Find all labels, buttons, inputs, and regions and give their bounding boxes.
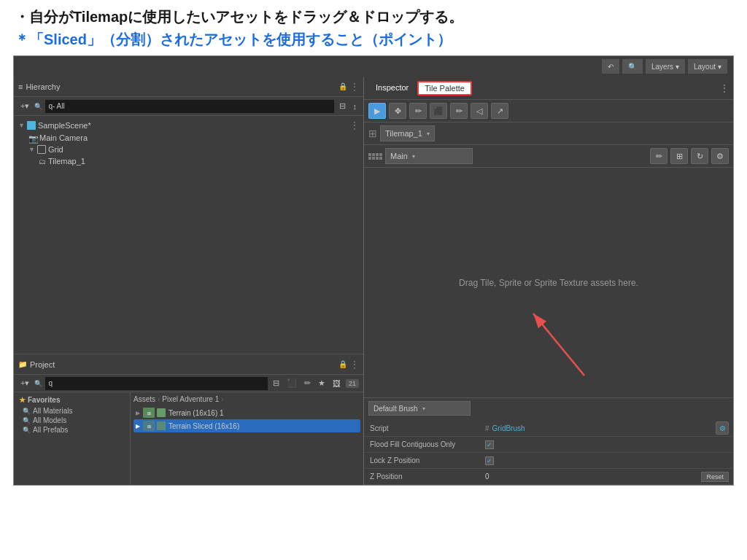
brush-row: Default Brush ▾ [368, 401, 729, 416]
toolbar-box-button[interactable]: ⬛ [430, 103, 447, 119]
palette-settings-button[interactable]: ⚙ [711, 148, 729, 164]
zpos-reset-button[interactable]: Reset [701, 472, 729, 482]
palette-grid-icon [368, 153, 382, 160]
asset-item-terrain-sliced[interactable]: ▶ ⊞ Terrain Sliced (16x16) [133, 419, 360, 432]
breadcrumb-pixel: Pixel Adventure 1 [162, 395, 219, 403]
history-button[interactable]: ↶ [602, 59, 619, 74]
scene-cube-icon [27, 121, 36, 130]
breadcrumb: Assets › Pixel Adventure 1 › [133, 395, 360, 403]
more-icon[interactable]: ⋮ [350, 82, 359, 92]
hierarchy-item-tilemap1[interactable]: 🗂 Tilemap_1 [14, 155, 363, 167]
fav-models-label: All Models [33, 416, 66, 424]
prop-row-zpos: Z Position 0 Reset [364, 469, 733, 485]
zpos-number: 0 [485, 472, 489, 481]
brush-dropdown[interactable]: Default Brush ▾ [368, 401, 471, 416]
tilemap-selector: ⊞ Tilemap_1 ▾ [364, 122, 733, 145]
lockz-checkbox[interactable]: ✓ [485, 456, 494, 465]
favorites-panel: ★ Favorites 🔍 All Materials 🔍 All Models [14, 392, 131, 485]
hierarchy-item-samplescene[interactable]: ▼ SampleScene* ⋮ [14, 119, 363, 132]
toolbar-move-button[interactable]: ✥ [389, 103, 406, 119]
toolbar-paint-button[interactable]: ✏ [409, 103, 427, 119]
hierarchy-header: ≡ Hierarchy 🔒 ⋮ [14, 77, 363, 97]
inspector-tab-label: Inspector [376, 83, 409, 92]
palette-dropdown-label: Main [390, 152, 408, 160]
palette-refresh-button[interactable]: ↻ [691, 148, 708, 164]
main-content: ≡ Hierarchy 🔒 ⋮ +▾ 🔍 ⊟ ↕ [14, 77, 733, 485]
palette-edit-button[interactable]: ✏ [650, 148, 667, 164]
project-search-input[interactable] [45, 377, 268, 390]
project-filter2-button[interactable]: ⬛ [285, 378, 299, 389]
project-panel: 📁 Project 🔒 ⋮ +▾ 🔍 ⊟ [14, 354, 363, 485]
fav-search-icon-1: 🔍 [23, 408, 31, 415]
toolbar-fill-button[interactable]: ↗ [491, 103, 508, 119]
hierarchy-add-button[interactable]: +▾ [18, 101, 31, 112]
project-layers-button[interactable]: 🖼 [330, 378, 343, 389]
floodfill-label: Flood Fill Contiguous Only [364, 439, 481, 450]
project-more-icon[interactable]: ⋮ [350, 359, 359, 370]
terrain-icon-2b [157, 421, 166, 430]
fav-item-materials[interactable]: 🔍 All Materials [17, 406, 127, 416]
search-top-button[interactable]: 🔍 [622, 59, 643, 74]
drag-drop-text: Drag Tile, Sprite or Sprite Texture asse… [459, 278, 638, 288]
fav-item-models[interactable]: 🔍 All Models [17, 416, 127, 425]
tab-inspector[interactable]: Inspector [368, 80, 416, 96]
hierarchy-title: ≡ Hierarchy [18, 82, 61, 91]
hierarchy-search-input[interactable] [45, 100, 333, 113]
drag-arrow-svg [511, 295, 599, 383]
toolbar-select-button[interactable]: ▶ [368, 103, 386, 119]
top-bar: ↶ 🔍 Layers ▾ Layout ▾ [14, 56, 733, 77]
svg-line-1 [533, 314, 584, 376]
lockz-value: ✓ [481, 455, 733, 467]
project-filter3-button[interactable]: ✏ [302, 378, 313, 389]
hierarchy-filter-button[interactable]: ⊟ [337, 101, 348, 112]
scene-label: SampleScene* [38, 121, 348, 130]
brush-section: Default Brush ▾ [364, 397, 733, 420]
hierarchy-item-main-camera[interactable]: 📷 Main Camera [14, 132, 363, 144]
left-panel: ≡ Hierarchy 🔒 ⋮ +▾ 🔍 ⊟ ↕ [14, 77, 364, 485]
terrain-icon-1: ⊞ [143, 408, 155, 418]
script-gear-button[interactable]: ⚙ [716, 421, 729, 435]
fav-materials-label: All Materials [33, 407, 72, 415]
inspector-more-icon[interactable]: ⋮ [720, 83, 729, 93]
palette-main-area: Drag Tile, Sprite or Sprite Texture asse… [364, 168, 733, 397]
layers-label: Layers [651, 63, 673, 71]
expand-arrow-grid: ▼ [28, 146, 35, 153]
asset-item-terrain[interactable]: ▶ ⊞ Terrain (16x16) 1 [133, 406, 360, 419]
palette-grid-button[interactable]: ⊞ [670, 148, 688, 164]
toolbar-erase-button[interactable]: ◁ [471, 103, 488, 119]
instruction-line1: ・自分がTilemapに使用したいアセットをドラッグ＆ドロップする。 [15, 7, 732, 27]
zpos-value: 0 Reset [481, 470, 733, 483]
asset-count-badge: 21 [346, 379, 359, 388]
breadcrumb-assets: Assets [133, 395, 155, 403]
hierarchy-sort-button[interactable]: ↕ [351, 101, 360, 112]
palette-dropdown-arrow: ▾ [412, 153, 415, 160]
layout-button[interactable]: Layout ▾ [688, 59, 727, 74]
terrain-icon-1b [157, 408, 166, 417]
project-lock-icon: 🔒 [338, 360, 347, 368]
camera-icon: 📷 [28, 134, 37, 141]
floodfill-value: ✓ [481, 439, 733, 451]
project-title-area: 📁 Project [18, 360, 55, 369]
favorites-label: Favorites [28, 396, 60, 404]
tile-palette-tab-label: Tile Palette [425, 84, 465, 93]
project-filter1-button[interactable]: ⊟ [271, 378, 282, 389]
prop-row-floodfill: Flood Fill Contiguous Only ✓ [364, 437, 733, 453]
hierarchy-tree: ▼ SampleScene* ⋮ 📷 Main Camera [14, 116, 363, 354]
hierarchy-item-grid[interactable]: ▼ Grid [14, 144, 363, 155]
fav-item-prefabs[interactable]: 🔍 All Prefabs [17, 425, 127, 435]
floodfill-checkbox[interactable]: ✓ [485, 440, 494, 449]
toolbar-picker-button[interactable]: ✏ [450, 103, 468, 119]
tab-tile-palette[interactable]: Tile Palette [417, 81, 472, 96]
project-star-button[interactable]: ★ [316, 378, 328, 389]
project-header: 📁 Project 🔒 ⋮ [14, 354, 363, 375]
hash-icon: # [485, 424, 489, 432]
prop-row-lockz: Lock Z Position ✓ [364, 453, 733, 469]
project-add-button[interactable]: +▾ [18, 378, 31, 389]
palette-main-dropdown[interactable]: Main ▾ [385, 148, 473, 164]
layers-button[interactable]: Layers ▾ [646, 59, 685, 74]
script-value-label: GridBrush [492, 424, 525, 432]
assets-panel: Assets › Pixel Adventure 1 › ▶ ⊞ [131, 392, 363, 485]
tilemap-dropdown[interactable]: Tilemap_1 ▾ [380, 125, 435, 141]
terrain-icon-2: ⊞ [143, 421, 155, 431]
scene-more-icon[interactable]: ⋮ [350, 120, 359, 131]
